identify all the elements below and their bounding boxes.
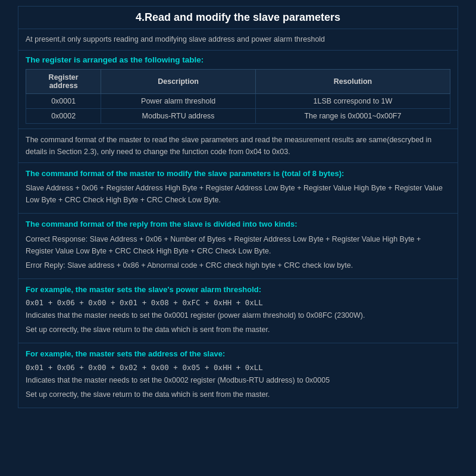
table-heading: The register is arranged as the followin… <box>26 55 450 64</box>
section-body1-2: Indicates that the master needs to set t… <box>26 309 450 321</box>
table-section: The register is arranged as the followin… <box>18 51 458 129</box>
section-body2-2: Set up correctly, the slave return to th… <box>26 324 450 336</box>
content-section-2: For example, the master sets the slave's… <box>18 279 458 344</box>
intro-text: At present,it only supports reading and … <box>18 29 458 51</box>
section-body-0: Slave Address + 0x06 + Register Address … <box>26 182 450 206</box>
title-text: 4.Read and modify the slave parameters <box>136 11 340 23</box>
section-heading-2: For example, the master sets the slave's… <box>26 284 450 296</box>
col-resolution: Resolution <box>255 69 450 93</box>
table-row: 0x0001 Power alarm threshold 1LSB corres… <box>26 93 450 108</box>
main-card: 4.Read and modify the slave parameters A… <box>18 6 458 408</box>
cell-resolution: 1LSB correspond to 1W <box>255 93 450 108</box>
content-section-0: The command format of the master to modi… <box>18 163 458 214</box>
register-table: Registeraddress Description Resolution 0… <box>26 69 450 124</box>
sections-container: The command format of the master to modi… <box>18 163 458 408</box>
section-body1-1: Correct Response: Slave Address + 0x06 +… <box>26 233 450 257</box>
cell-description: Modbus-RTU address <box>101 108 256 123</box>
cell-resolution: The range is 0x0001~0x00F7 <box>255 108 450 123</box>
section-heading-3: For example, the master sets the address… <box>26 348 450 360</box>
section-body2-3: Set up correctly, the slave return to th… <box>26 389 450 400</box>
note-text: The command format of the master to read… <box>18 129 458 163</box>
section-body2-1: Error Reply: Slave address + 0x86 + Abno… <box>26 259 450 271</box>
content-section-1: The command format of the reply from the… <box>18 214 458 279</box>
col-address: Registeraddress <box>26 69 101 93</box>
cell-address: 0x0002 <box>26 108 101 123</box>
page-wrapper: 4.Read and modify the slave parameters A… <box>0 0 476 476</box>
col-description: Description <box>101 69 256 93</box>
table-row: 0x0002 Modbus-RTU address The range is 0… <box>26 108 450 123</box>
section-title: 4.Read and modify the slave parameters <box>18 7 458 29</box>
table-header-row: Registeraddress Description Resolution <box>26 69 450 93</box>
cell-description: Power alarm threshold <box>101 93 256 108</box>
section-heading-1: The command format of the reply from the… <box>26 218 450 230</box>
section-heading-0: The command format of the master to modi… <box>26 168 450 180</box>
section-code-3: 0x01 + 0x06 + 0x00 + 0x02 + 0x00 + 0x05 … <box>26 363 450 372</box>
section-code-2: 0x01 + 0x06 + 0x00 + 0x01 + 0x08 + 0xFC … <box>26 298 450 307</box>
cell-address: 0x0001 <box>26 93 101 108</box>
section-body1-3: Indicates that the master needs to set t… <box>26 374 450 386</box>
content-section-3: For example, the master sets the address… <box>18 343 458 408</box>
